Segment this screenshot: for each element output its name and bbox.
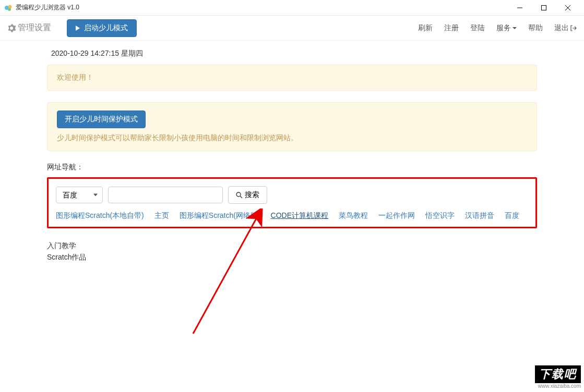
watermark: 下载吧 www.xiazaiba.com xyxy=(535,365,581,389)
play-icon xyxy=(76,26,80,31)
exit-icon xyxy=(570,25,577,31)
watermark-text: 下载吧 xyxy=(535,365,581,383)
content-area: 2020-10-29 14:27:15 星期四 欢迎使用！ 开启少儿时间保护模式… xyxy=(0,41,584,263)
nav-exit-label: 退出 xyxy=(554,23,569,33)
protect-description: 少儿时间保护模式可以帮助家长限制小孩使用电脑的时间和限制浏览网站。 xyxy=(57,133,527,143)
engine-select[interactable]: 百度 xyxy=(56,187,103,203)
quick-link-pinyin[interactable]: 汉语拼音 xyxy=(465,211,494,220)
window-titlebar: 爱编程少儿浏览器 v1.0 xyxy=(0,0,584,16)
launch-label: 启动少儿模式 xyxy=(84,23,128,33)
quick-link-baidu[interactable]: 百度 xyxy=(505,211,519,220)
watermark-url: www.xiazaiba.com xyxy=(535,383,581,389)
nav-box: 百度 搜索 图形编程Scratch(本地自带) 主页 图形编程Scratch(网… xyxy=(47,177,537,228)
nav-section-label: 网址导航： xyxy=(47,163,537,172)
settings-label: 管理设置 xyxy=(18,22,51,33)
quick-link-yiqizuo[interactable]: 一起作作网 xyxy=(378,211,415,220)
nav-service-label: 服务 xyxy=(496,23,511,33)
protect-alert: 开启少儿时间保护模式 少儿时间保护模式可以帮助家长限制小孩使用电脑的时间和限制浏… xyxy=(47,102,537,151)
quick-link-home[interactable]: 主页 xyxy=(154,211,169,220)
link-scratch-works[interactable]: Scratch作品 xyxy=(47,251,537,263)
gear-icon xyxy=(7,24,16,32)
nav-register[interactable]: 注册 xyxy=(444,23,459,33)
nav-refresh[interactable]: 刷新 xyxy=(418,23,433,33)
search-icon xyxy=(236,192,243,199)
launch-kids-mode-button[interactable]: 启动少儿模式 xyxy=(67,19,137,37)
minimize-button[interactable] xyxy=(508,0,532,16)
search-row: 百度 搜索 xyxy=(56,186,528,204)
window-title: 爱编程少儿浏览器 v1.0 xyxy=(16,3,79,12)
settings-link[interactable]: 管理设置 xyxy=(7,22,51,33)
quick-link-runoob[interactable]: 菜鸟教程 xyxy=(339,211,368,220)
close-button[interactable] xyxy=(556,0,580,16)
quick-links-row: 图形编程Scratch(本地自带) 主页 图形编程Scratch(网络版) CO… xyxy=(56,211,528,220)
welcome-text: 欢迎使用！ xyxy=(57,73,93,81)
quick-link-code-course[interactable]: CODE计算机课程 xyxy=(271,211,328,220)
datetime-text: 2020-10-29 14:27:15 星期四 xyxy=(47,49,537,58)
nav-login[interactable]: 登陆 xyxy=(470,23,485,33)
quick-link-scratch-local[interactable]: 图形编程Scratch(本地自带) xyxy=(56,211,144,220)
engine-select-wrap: 百度 xyxy=(56,187,103,203)
bottom-links: 入门教学 Scratch作品 xyxy=(47,240,537,263)
nav-service[interactable]: 服务 xyxy=(496,23,517,33)
search-button-label: 搜索 xyxy=(245,190,259,200)
nav-exit[interactable]: 退出 xyxy=(554,23,577,33)
svg-point-7 xyxy=(236,192,241,197)
link-tutorial[interactable]: 入门教学 xyxy=(47,240,537,251)
nav-right: 刷新 注册 登陆 服务 帮助 退出 xyxy=(418,23,577,33)
quick-link-wukong[interactable]: 悟空识字 xyxy=(425,211,455,220)
quick-link-scratch-web[interactable]: 图形编程Scratch(网络版) xyxy=(180,211,260,220)
app-icon xyxy=(4,4,13,12)
welcome-alert: 欢迎使用！ xyxy=(47,65,537,91)
search-button[interactable]: 搜索 xyxy=(228,186,267,204)
enable-protect-button[interactable]: 开启少儿时间保护模式 xyxy=(57,111,146,128)
nav-help[interactable]: 帮助 xyxy=(528,23,543,33)
svg-point-2 xyxy=(8,8,11,11)
window-controls xyxy=(508,0,580,16)
main-toolbar: 管理设置 启动少儿模式 刷新 注册 登陆 服务 帮助 退出 xyxy=(0,16,584,41)
svg-rect-4 xyxy=(542,5,546,10)
maximize-button[interactable] xyxy=(532,0,556,16)
chevron-down-icon xyxy=(513,27,517,29)
search-input[interactable] xyxy=(108,187,223,203)
svg-line-8 xyxy=(240,196,242,198)
